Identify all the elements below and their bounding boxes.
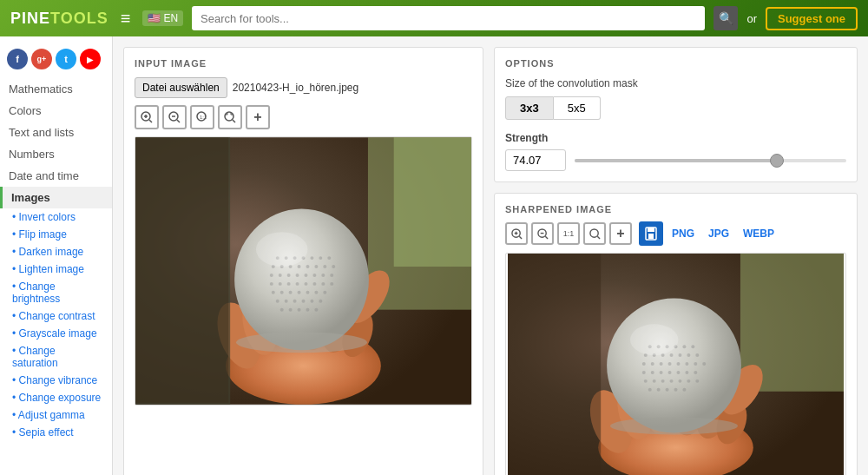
social-links: f g+ t ▶ (0, 43, 112, 78)
lang-label: EN (163, 12, 178, 24)
sidebar-subitem-darken[interactable]: • Darken image (0, 243, 112, 261)
sidebar-subitem-brightness[interactable]: • Change brightness (0, 278, 112, 307)
sidebar-subitem-exposure[interactable]: • Change exposure (0, 389, 112, 406)
strength-slider-thumb[interactable] (770, 154, 784, 168)
zoom-reset-button[interactable]: 1:1 (190, 105, 214, 129)
sidebar-item-mathematics[interactable]: Mathematics (0, 78, 112, 100)
svg-point-133 (695, 379, 699, 383)
or-label: or (746, 12, 757, 25)
sidebar-subitem-lighten[interactable]: • Lighten image (0, 261, 112, 278)
svg-point-56 (289, 291, 293, 294)
sidebar-item-images[interactable]: Images (0, 187, 112, 208)
svg-point-39 (279, 274, 282, 277)
sidebar-item-text[interactable]: Text and lists (0, 122, 112, 143)
strength-label: Strength (505, 132, 846, 144)
sidebar-subitem-contrast[interactable]: • Change contrast (0, 307, 112, 325)
svg-point-35 (314, 265, 318, 268)
svg-line-10 (233, 120, 235, 122)
facebook-icon[interactable]: f (7, 49, 28, 69)
svg-point-51 (312, 282, 316, 286)
format-webp-button[interactable]: WEBP (738, 224, 779, 243)
svg-point-58 (306, 291, 309, 294)
output-zoom-out[interactable] (531, 222, 554, 245)
svg-point-37 (332, 265, 335, 268)
mask-3x3-button[interactable]: 3x3 (505, 96, 554, 120)
svg-point-34 (306, 265, 309, 268)
format-jpg-button[interactable]: JPG (703, 224, 734, 243)
svg-point-53 (330, 282, 333, 286)
sidebar-subitem-sepia[interactable]: • Sepia effect (0, 424, 112, 441)
sidebar-subitem-gamma[interactable]: • Adjust gamma (0, 406, 112, 424)
zoom-in-button[interactable] (135, 105, 159, 129)
svg-rect-87 (648, 234, 654, 239)
sidebar-item-numbers[interactable]: Numbers (0, 143, 112, 165)
output-expand[interactable]: + (609, 222, 632, 245)
svg-point-40 (287, 274, 291, 277)
logo[interactable]: PINETOOLS (10, 10, 108, 28)
svg-point-43 (312, 274, 316, 277)
sidebar-subitem-flip[interactable]: • Flip image (0, 226, 112, 243)
youtube-icon[interactable]: ▶ (80, 49, 101, 69)
svg-point-111 (695, 353, 699, 357)
svg-point-64 (302, 300, 306, 303)
output-zoom-fit[interactable] (583, 222, 606, 245)
file-name-label: 20210423-H_io_hören.jpeg (233, 82, 358, 94)
svg-point-125 (685, 371, 688, 374)
suggest-button[interactable]: Suggest one (766, 7, 858, 30)
svg-point-67 (280, 308, 284, 312)
svg-point-27 (310, 256, 313, 260)
zoom-fit-button[interactable] (218, 105, 242, 129)
sidebar-subitem-invert[interactable]: • Invert colors (0, 208, 112, 226)
svg-point-132 (687, 379, 690, 383)
svg-point-45 (330, 274, 333, 277)
svg-point-109 (678, 353, 681, 357)
svg-point-83 (589, 228, 597, 236)
svg-point-71 (314, 308, 318, 312)
svg-point-118 (694, 362, 697, 366)
expand-button[interactable]: + (246, 105, 270, 129)
svg-rect-141 (508, 254, 601, 475)
output-zoom-in[interactable] (505, 222, 528, 245)
zoom-out-button[interactable] (162, 105, 187, 129)
svg-point-52 (321, 282, 325, 286)
save-icon[interactable] (639, 221, 663, 246)
sidebar-item-date[interactable]: Date and time (0, 165, 112, 187)
svg-rect-86 (648, 228, 654, 232)
svg-line-6 (177, 120, 180, 122)
svg-point-73 (236, 332, 367, 353)
svg-point-36 (323, 265, 326, 268)
svg-point-119 (702, 362, 706, 366)
format-png-button[interactable]: PNG (667, 224, 700, 243)
search-input[interactable] (192, 6, 705, 30)
twitter-icon[interactable]: t (56, 49, 76, 69)
output-panel: SHARPENED IMAGE 1:1 + (494, 193, 858, 475)
svg-rect-75 (135, 137, 228, 403)
svg-point-126 (694, 371, 697, 374)
svg-point-28 (319, 256, 322, 260)
sidebar-subitem-grayscale[interactable]: • Grayscale image (0, 325, 112, 342)
svg-point-121 (651, 371, 654, 374)
svg-point-59 (314, 291, 318, 294)
svg-point-103 (682, 345, 686, 348)
lang-selector[interactable]: 🇺🇸 EN (142, 10, 183, 26)
svg-point-123 (668, 371, 672, 374)
svg-point-120 (642, 371, 646, 374)
svg-point-47 (279, 282, 282, 286)
svg-point-46 (270, 282, 273, 286)
search-button[interactable]: 🔍 (713, 6, 738, 30)
strength-input[interactable] (505, 149, 566, 171)
sidebar-subitem-saturation[interactable]: • Change saturation (0, 342, 112, 372)
hamburger-button[interactable]: ≡ (117, 9, 135, 29)
sidebar-subitem-vibrance[interactable]: • Change vibrance (0, 372, 112, 389)
google-plus-icon[interactable]: g+ (31, 49, 52, 69)
svg-point-129 (661, 379, 665, 383)
svg-point-134 (648, 388, 652, 392)
svg-point-22 (234, 209, 369, 351)
mask-5x5-button[interactable]: 5x5 (554, 96, 601, 120)
output-zoom-reset[interactable]: 1:1 (557, 222, 580, 245)
svg-point-131 (678, 379, 681, 383)
svg-point-116 (676, 362, 680, 366)
svg-point-69 (298, 308, 301, 312)
sidebar-item-colors[interactable]: Colors (0, 100, 112, 122)
choose-file-button[interactable]: Datei auswählen (135, 77, 227, 98)
